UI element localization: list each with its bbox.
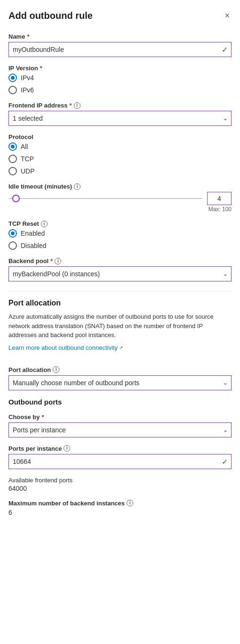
tcp-reset-enabled-label: Enabled <box>21 230 45 237</box>
frontend-ip-info-icon[interactable]: i <box>74 102 80 109</box>
ports-per-instance-checkmark-icon: ✓ <box>222 457 228 466</box>
backend-pool-dropdown[interactable]: myBackendPool (0 instances) <box>8 266 232 281</box>
port-allocation-section: Port allocation Azure automatically assi… <box>8 299 232 359</box>
protocol-all-option[interactable]: All <box>8 142 232 151</box>
outbound-ports-subsection: Outbound ports <box>8 398 232 406</box>
protocol-radio-group: All TCP UDP <box>8 142 232 175</box>
protocol-field-group: Protocol All TCP UDP <box>8 133 232 175</box>
protocol-all-radio-circle[interactable] <box>8 142 17 151</box>
frontend-ip-dropdown-wrapper: 1 selected ⌄ <box>8 111 232 126</box>
choose-by-field-group: Choose by * Ports per instance ⌄ <box>8 413 232 438</box>
name-input[interactable] <box>8 42 232 57</box>
name-input-wrapper: ✓ <box>8 42 232 57</box>
idle-timeout-slider-row: 4 <box>8 192 232 205</box>
outbound-ports-title: Outbound ports <box>8 398 232 406</box>
tcp-reset-enabled-option[interactable]: Enabled <box>8 229 232 238</box>
ipv4-label: IPv4 <box>21 74 34 82</box>
panel-header: Add outbound rule × <box>8 9 232 22</box>
ip-version-ipv4-option[interactable]: IPv4 <box>8 74 232 82</box>
frontend-ip-dropdown[interactable]: 1 selected <box>8 111 232 126</box>
tcp-reset-label: TCP Reset i <box>8 220 232 227</box>
tcp-reset-disabled-option[interactable]: Disabled <box>8 241 232 250</box>
port-allocation-description: Azure automatically assigns the number o… <box>8 312 232 340</box>
frontend-ip-required-star: * <box>69 102 72 109</box>
protocol-label: Protocol <box>8 133 232 140</box>
ipv4-radio-circle[interactable] <box>8 74 17 82</box>
external-link-icon: ↗ <box>119 345 123 350</box>
idle-timeout-max-label: Max: 100 <box>8 206 232 213</box>
protocol-udp-option[interactable]: UDP <box>8 167 232 175</box>
backend-pool-info-icon[interactable]: i <box>55 258 61 264</box>
port-allocation-label: Port allocation i <box>8 366 232 373</box>
port-allocation-info-icon[interactable]: i <box>53 366 59 373</box>
name-field-group: Name * ✓ <box>8 33 232 57</box>
ports-per-instance-field-group: Ports per instance i ✓ <box>8 445 232 469</box>
backend-pool-dropdown-wrapper: myBackendPool (0 instances) ⌄ <box>8 266 232 281</box>
idle-timeout-label: Idle timeout (minutes) i <box>8 183 232 190</box>
port-allocation-dropdown[interactable]: Manually choose number of outbound ports <box>8 375 232 390</box>
tcp-reset-disabled-label: Disabled <box>21 242 46 249</box>
choose-by-required-star: * <box>41 413 44 421</box>
ports-per-instance-label: Ports per instance i <box>8 445 232 452</box>
choose-by-dropdown-wrapper: Ports per instance ⌄ <box>8 422 232 438</box>
section-divider-1 <box>8 291 232 291</box>
ip-version-radio-group: IPv4 IPv6 <box>8 74 232 94</box>
tcp-reset-enabled-radio-circle[interactable] <box>8 229 17 238</box>
choose-by-label: Choose by * <box>8 413 232 421</box>
choose-by-dropdown[interactable]: Ports per instance <box>8 422 232 438</box>
idle-timeout-slider-thumb[interactable] <box>12 195 20 202</box>
frontend-ip-field-group: Frontend IP address * i 1 selected ⌄ <box>8 102 232 126</box>
ports-per-instance-input-wrapper: ✓ <box>8 454 232 469</box>
available-frontend-ports-group: Available frontend ports 64000 <box>8 477 232 492</box>
name-checkmark-icon: ✓ <box>222 45 228 54</box>
ip-version-field-group: IP Version * IPv4 IPv6 <box>8 65 232 94</box>
port-allocation-section-title: Port allocation <box>8 299 232 307</box>
name-required-star: * <box>27 33 29 40</box>
protocol-udp-label: UDP <box>21 167 35 175</box>
max-backend-instances-group: Maximum number of backend instances i 6 <box>8 500 232 516</box>
protocol-tcp-option[interactable]: TCP <box>8 155 232 163</box>
tcp-reset-field-group: TCP Reset i Enabled Disabled <box>8 220 232 250</box>
ip-version-required-star: * <box>40 65 42 72</box>
available-frontend-ports-value: 64000 <box>8 485 232 492</box>
ip-version-ipv6-option[interactable]: IPv6 <box>8 86 232 94</box>
max-backend-instances-label: Maximum number of backend instances i <box>8 500 232 507</box>
add-outbound-rule-panel: Add outbound rule × Name * ✓ IP Version … <box>0 0 240 644</box>
available-frontend-ports-label: Available frontend ports <box>8 477 232 484</box>
max-backend-instances-info-icon[interactable]: i <box>127 500 133 506</box>
frontend-ip-label: Frontend IP address * i <box>8 102 232 109</box>
ports-per-instance-info-icon[interactable]: i <box>64 445 70 452</box>
backend-pool-required-star: * <box>50 257 53 264</box>
learn-more-link[interactable]: Learn more about outbound connectivity ↗ <box>8 344 123 351</box>
backend-pool-field-group: Backend pool * i myBackendPool (0 instan… <box>8 257 232 281</box>
port-allocation-dropdown-wrapper: Manually choose number of outbound ports… <box>8 375 232 390</box>
idle-timeout-slider-track <box>8 198 202 199</box>
ports-per-instance-input[interactable] <box>8 454 232 469</box>
ipv6-label: IPv6 <box>21 86 34 94</box>
name-label: Name * <box>8 33 232 40</box>
backend-pool-label: Backend pool * i <box>8 257 232 264</box>
panel-title: Add outbound rule <box>8 10 93 21</box>
port-allocation-field-group: Port allocation i Manually choose number… <box>8 366 232 390</box>
ip-version-label: IP Version * <box>8 65 232 72</box>
tcp-reset-radio-group: Enabled Disabled <box>8 229 232 250</box>
max-backend-instances-value: 6 <box>8 509 232 516</box>
idle-timeout-value-box: 4 <box>207 192 232 205</box>
protocol-udp-radio-circle[interactable] <box>8 167 17 175</box>
protocol-tcp-label: TCP <box>21 155 34 163</box>
ipv6-radio-circle[interactable] <box>8 86 17 94</box>
protocol-all-label: All <box>21 143 28 150</box>
tcp-reset-disabled-radio-circle[interactable] <box>8 241 17 250</box>
idle-timeout-info-icon[interactable]: i <box>74 183 80 190</box>
close-button[interactable]: × <box>223 9 232 22</box>
idle-timeout-section: Idle timeout (minutes) i 4 Max: 100 <box>8 183 232 213</box>
tcp-reset-info-icon[interactable]: i <box>41 221 48 227</box>
protocol-tcp-radio-circle[interactable] <box>8 155 17 163</box>
